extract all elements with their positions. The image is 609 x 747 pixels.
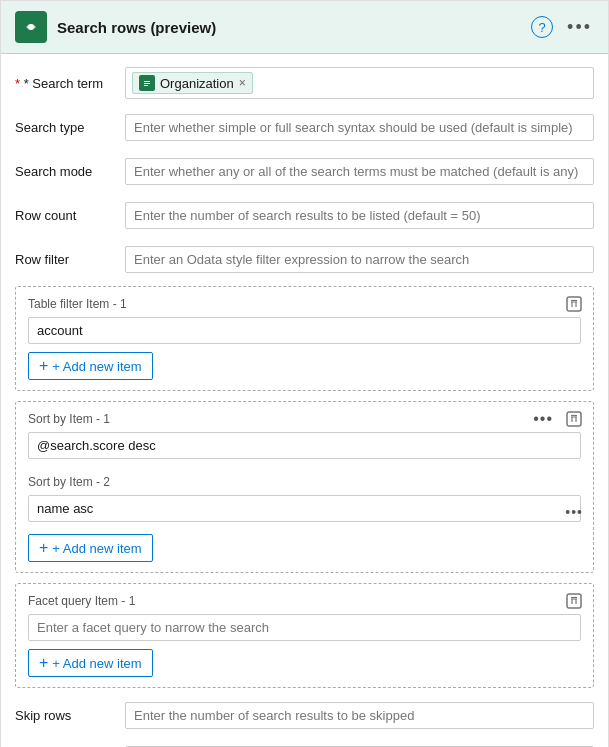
search-term-row: * * Search term Organization ×	[15, 66, 594, 100]
sort-item-2-input[interactable]	[28, 495, 581, 522]
search-term-input[interactable]: Organization ×	[125, 67, 594, 99]
row-count-label: Row count	[15, 208, 125, 223]
row-filter-label: Row filter	[15, 252, 125, 267]
skip-rows-input[interactable]	[125, 702, 594, 729]
row-filter-row: Row filter	[15, 242, 594, 276]
sort-add-button[interactable]: + + Add new item	[28, 534, 153, 562]
search-mode-input[interactable]	[125, 158, 594, 185]
svg-rect-5	[144, 85, 148, 86]
tag-close-button[interactable]: ×	[239, 77, 246, 89]
skip-rows-row: Skip rows	[15, 698, 594, 732]
sort-item-1-label: Sort by Item - 1	[28, 412, 581, 426]
svg-rect-4	[144, 83, 150, 84]
table-filter-label: Table filter Item - 1	[28, 297, 581, 311]
facet-query-add-button[interactable]: + + Add new item	[28, 649, 153, 677]
svg-rect-10	[567, 594, 581, 608]
table-filter-delete-button[interactable]	[565, 295, 583, 317]
svg-point-1	[28, 24, 34, 30]
more-options-button[interactable]: •••	[565, 17, 594, 38]
panel-header: Search rows (preview) ? •••	[1, 1, 608, 54]
facet-query-delete-button[interactable]	[565, 592, 583, 614]
header-actions: ? •••	[531, 16, 594, 38]
table-filter-input[interactable]	[28, 317, 581, 344]
row-filter-input[interactable]	[125, 246, 594, 273]
app-icon	[15, 11, 47, 43]
organization-tag: Organization ×	[132, 72, 253, 94]
row-count-row: Row count	[15, 198, 594, 232]
sort-item-2-dots-button[interactable]: •••	[565, 504, 583, 520]
search-type-row: Search type	[15, 110, 594, 144]
return-row-count-row: Return row count Choose an option True F…	[15, 742, 594, 747]
table-filter-add-button[interactable]: + + Add new item	[28, 352, 153, 380]
search-mode-row: Search mode	[15, 154, 594, 188]
facet-query-label: Facet query Item - 1	[28, 594, 581, 608]
tag-icon	[139, 75, 155, 91]
search-type-input[interactable]	[125, 114, 594, 141]
sort-item-1-input[interactable]	[28, 432, 581, 459]
tag-label: Organization	[160, 76, 234, 91]
skip-rows-label: Skip rows	[15, 708, 125, 723]
row-count-input[interactable]	[125, 202, 594, 229]
facet-query-section: Facet query Item - 1 + + Add new item	[15, 583, 594, 688]
table-filter-section: Table filter Item - 1 + + Add new item	[15, 286, 594, 391]
sort-item-1: Sort by Item - 1 •••	[28, 412, 581, 463]
sort-item-2-label: Sort by Item - 2	[28, 475, 581, 489]
panel-body: * * Search term Organization ×	[1, 54, 608, 747]
sort-item-1-dots-button[interactable]: •••	[533, 410, 553, 428]
search-mode-label: Search mode	[15, 164, 125, 179]
search-term-label: * * Search term	[15, 76, 125, 91]
sort-item-2: Sort by Item - 2 •••	[28, 475, 581, 526]
svg-rect-6	[567, 297, 581, 311]
svg-rect-3	[144, 81, 150, 82]
search-type-label: Search type	[15, 120, 125, 135]
facet-query-input[interactable]	[28, 614, 581, 641]
sort-by-section: Sort by Item - 1 ••• Sort by Item - 2 ••…	[15, 401, 594, 573]
sort-item-1-delete-button[interactable]	[565, 410, 583, 432]
panel-title: Search rows (preview)	[57, 19, 521, 36]
table-filter-add-row: + + Add new item	[28, 352, 581, 380]
help-button[interactable]: ?	[531, 16, 553, 38]
svg-rect-8	[567, 412, 581, 426]
